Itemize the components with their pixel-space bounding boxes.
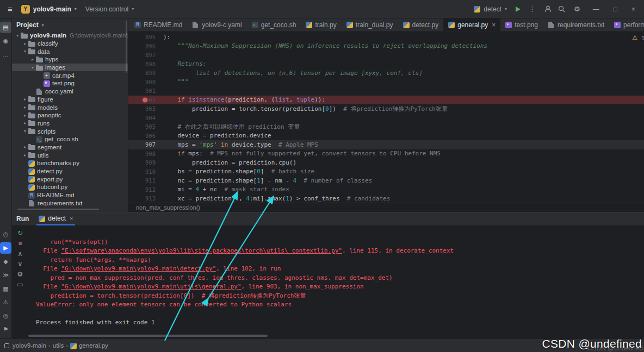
status-breadcrumbs[interactable]: yolov9-main›utils›general.py	[13, 342, 108, 349]
more-icon[interactable]: …	[0, 49, 11, 60]
tree-item-hubconf.py[interactable]: hubconf.py	[12, 183, 128, 191]
recent-icon[interactable]: ◷	[0, 229, 11, 240]
stack-trace-link[interactable]: "G:\down\yolov9-main\yolov9-main\detect.…	[61, 265, 216, 272]
project-panel-header[interactable]: Project ▾	[12, 18, 128, 32]
gutter-line-912[interactable]: 912	[128, 186, 163, 193]
gutter-line-904[interactable]: 904	[128, 115, 163, 121]
tree-horizontal-scrollbar[interactable]	[17, 209, 99, 210]
editor-tab-performance.png[interactable]: performance.png	[609, 18, 644, 31]
chevron-closed-icon[interactable]: ▸	[22, 97, 28, 102]
gutter-line-908[interactable]: 908	[128, 150, 163, 157]
gutter-line-913[interactable]: 913	[128, 195, 163, 202]
tree-item-detect.py[interactable]: detect.py	[12, 167, 128, 175]
tree-item-coco.yaml[interactable]: coco.yaml	[12, 87, 128, 96]
chevron-closed-icon[interactable]: ▸	[22, 41, 28, 46]
tree-item-hyps[interactable]: ▸hyps	[12, 55, 128, 64]
tree-item-images[interactable]: ▾images	[12, 64, 128, 72]
stack-trace-link[interactable]: "G:\down\yolov9-main\yolov9-main\utils\g…	[61, 283, 241, 290]
next-occurrence-icon[interactable]: ∨	[18, 261, 23, 267]
gutter-line-909[interactable]: 909	[128, 159, 163, 166]
tree-item-data[interactable]: ▾data	[12, 47, 128, 55]
chevron-open-icon[interactable]: ▾	[14, 33, 21, 38]
gutter-line-910[interactable]: 910	[128, 168, 163, 175]
terminal-icon[interactable]: ▦	[0, 283, 11, 294]
breakpoint-icon[interactable]	[143, 97, 147, 102]
editor-tab-README.md[interactable]: README.md	[129, 18, 187, 31]
problems-icon[interactable]: ⚠	[0, 297, 11, 308]
console-horizontal-scrollbar[interactable]	[28, 335, 268, 337]
run-button[interactable]	[516, 7, 521, 12]
status-crumb-general.py[interactable]: general.py	[79, 342, 108, 349]
tree-item-models[interactable]: ▸models	[12, 103, 128, 111]
previous-occurrence-icon[interactable]: ∧	[18, 250, 23, 257]
gutter-line-901[interactable]: 901	[128, 87, 163, 94]
close-tab-icon[interactable]: ×	[70, 215, 73, 222]
chevron-open-icon[interactable]: ▾	[29, 65, 36, 70]
tree-item-benchmarks.py[interactable]: benchmarks.py	[12, 159, 128, 167]
vcs-widget[interactable]: Version control ▾	[82, 4, 137, 15]
search-icon[interactable]	[558, 5, 566, 13]
tree-item-README.md[interactable]: README.md	[12, 191, 128, 199]
editor-tab-yolov9-c.yaml[interactable]: yolov9-c.yaml	[187, 18, 246, 31]
tree-item-panoptic[interactable]: ▸panoptic	[12, 111, 128, 120]
tree-scrollbar[interactable]	[126, 21, 127, 73]
tree-item-car.mp4[interactable]: car.mp4	[12, 71, 128, 79]
editor-tab-test.png[interactable]: test.png	[500, 18, 543, 31]
chevron-closed-icon[interactable]: ▸	[22, 121, 28, 125]
chevron-closed-icon[interactable]: ▸	[22, 153, 28, 158]
chevron-open-icon[interactable]: ▾	[22, 129, 28, 134]
python-console-icon[interactable]: ≫	[0, 269, 11, 281]
status-crumb-yolov9-main[interactable]: yolov9-main	[13, 342, 46, 349]
more-actions-icon[interactable]: ⋮	[526, 4, 538, 14]
gutter-line-911[interactable]: 911	[128, 177, 163, 184]
close-tab-icon[interactable]: ×	[492, 21, 496, 29]
stack-trace-link[interactable]: "E:\software\anaconda\envs\yolo9\lib\sit…	[61, 247, 342, 254]
rerun-icon[interactable]: ↻	[17, 230, 23, 236]
tree-item-utils[interactable]: ▸utils	[12, 151, 128, 159]
editor-tab-general.py[interactable]: general.py×	[443, 18, 500, 31]
clear-icon[interactable]: ▭	[17, 281, 23, 288]
gutter-line-903[interactable]: 903	[128, 105, 163, 112]
tree-item-export.py[interactable]: export.py	[12, 175, 128, 183]
editor-tab-train_dual.py[interactable]: train_dual.py	[342, 18, 398, 31]
gutter-line-905[interactable]: 905	[128, 123, 163, 130]
chevron-closed-icon[interactable]: ▸	[22, 113, 28, 118]
minimize-icon[interactable]: —	[589, 4, 604, 14]
gutter-line-900[interactable]: 900	[128, 79, 163, 85]
gutter-line-897[interactable]: 897	[128, 52, 163, 58]
inspections-widget[interactable]: ⚠ 15 ● 23 ● 43 ∧ ∨	[629, 33, 644, 42]
gutter-line-895[interactable]: 895	[128, 34, 163, 40]
chevron-open-icon[interactable]: ▾	[22, 49, 28, 54]
project-widget[interactable]: Y yolov9-main ▾	[21, 5, 77, 14]
tree-item-classify[interactable]: ▸classify	[12, 40, 128, 48]
close-icon[interactable]: ×	[627, 4, 640, 14]
gutter-line-896[interactable]: 896	[128, 43, 163, 49]
tree-item-get_coco.sh[interactable]: get_coco.sh	[12, 135, 128, 143]
services-icon[interactable]: ◎	[0, 310, 11, 322]
tree-item-runs[interactable]: ▸runs	[12, 120, 128, 128]
tree-item-test.png[interactable]: test.png	[12, 79, 128, 87]
gutter-line-907[interactable]: 907	[128, 141, 163, 148]
stop-icon[interactable]: ■	[18, 240, 22, 247]
commit-icon[interactable]: ◉	[0, 35, 11, 47]
debug-icon[interactable]: ◆	[0, 256, 11, 267]
tree-item-segment[interactable]: ▸segment	[12, 143, 128, 152]
gutter-line-898[interactable]: 898	[128, 61, 163, 67]
chevron-closed-icon[interactable]: ▸	[22, 144, 28, 149]
project-icon[interactable]: ▤	[0, 22, 11, 33]
chevron-closed-icon[interactable]: ▸	[22, 105, 28, 110]
tree-item-requirements.txt[interactable]: requirements.txt	[12, 199, 128, 207]
settings-gear-icon[interactable]: ⚙	[571, 4, 583, 14]
editor-tab-detect.py[interactable]: detect.py	[398, 18, 444, 31]
run-tab-detect[interactable]: detect ×	[36, 212, 75, 225]
editor-tab-train.py[interactable]: train.py	[301, 18, 341, 31]
gutter-line-906[interactable]: 906	[128, 133, 163, 139]
gutter-line-902[interactable]: 902	[128, 97, 163, 103]
breadcrumb[interactable]: non_max_suppression()	[128, 202, 644, 212]
status-crumb-utils[interactable]: utils	[53, 342, 64, 349]
settings-icon[interactable]: ⚙	[17, 271, 23, 278]
run-configuration-widget[interactable]: detect ▾	[470, 4, 510, 15]
main-menu-icon[interactable]: ≡	[4, 3, 16, 15]
user-icon[interactable]	[544, 5, 552, 13]
editor-tab-get_coco.sh[interactable]: get_coco.sh	[247, 18, 301, 31]
